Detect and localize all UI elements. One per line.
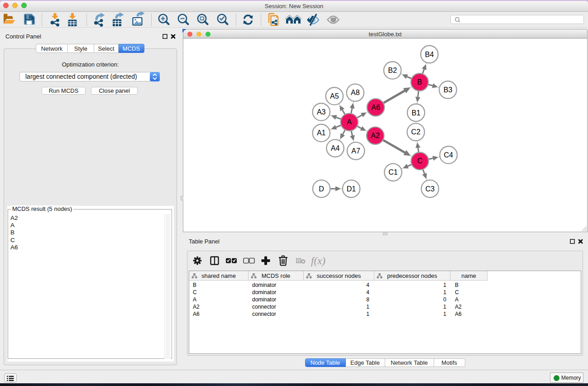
svg-text:C3: C3 [425, 185, 435, 193]
svg-text:C2: C2 [411, 128, 421, 136]
svg-text:B2: B2 [388, 67, 397, 74]
svg-text:D1: D1 [347, 185, 356, 193]
svg-text:A7: A7 [351, 147, 360, 155]
svg-text:A: A [347, 118, 352, 126]
svg-text:C1: C1 [388, 168, 398, 176]
svg-text:B3: B3 [444, 86, 453, 94]
svg-text:A6: A6 [371, 104, 380, 111]
svg-text:B4: B4 [425, 51, 434, 58]
svg-text:B1: B1 [411, 109, 421, 117]
svg-text:A3: A3 [317, 108, 326, 116]
svg-text:A4: A4 [331, 144, 340, 152]
svg-text:A1: A1 [317, 129, 326, 137]
svg-text:B: B [417, 78, 422, 86]
svg-text:C4: C4 [444, 151, 454, 159]
svg-text:f(x): f(x) [311, 255, 325, 267]
svg-text:C: C [417, 157, 423, 165]
svg-text:A2: A2 [371, 132, 380, 139]
svg-text:D: D [319, 185, 324, 193]
svg-text:A8: A8 [351, 89, 360, 96]
svg-text:A5: A5 [330, 92, 339, 100]
